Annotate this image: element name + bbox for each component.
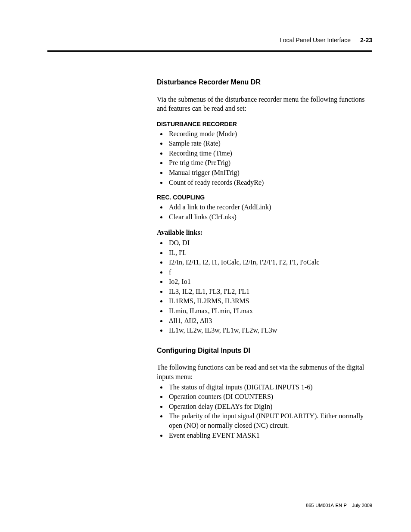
header-row: Local Panel User Interface 2-23 [47,37,372,48]
list-item: Clear all links (ClrLnks) [167,212,372,222]
header-rule [47,50,372,52]
list-item: The polarity of the input signal (INPUT … [167,411,372,430]
list-item: Event enabling EVENT MASK1 [167,431,372,441]
list-item: Recording mode (Mode) [167,129,372,139]
subhead-rec-coupling: REC. COUPLING [157,193,372,202]
list-item: I2/In, I2/I1, I2, I1, IoCalc, I2/In, I'2… [167,258,372,268]
list-item: f [167,268,372,277]
subhead-available-links: Available links: [157,228,372,237]
intro-paragraph-dr: Via the submenus of the disturbance reco… [157,95,372,113]
section-title-dr: Disturbance Recorder Menu DR [157,78,372,87]
list-digital-inputs: The status of digital inputs (DIGITAL IN… [157,383,372,441]
content: Disturbance Recorder Menu DR Via the sub… [157,78,372,440]
list-item: Count of ready records (ReadyRe) [167,178,372,188]
subhead-disturbance-recorder: DISTURBANCE RECORDER [157,120,372,128]
section-title-di: Configuring Digital Inputs DI [157,346,372,355]
list-item: IL, I'L [167,248,372,258]
list-item: IL3, IL2, IL1, I'L3, I'L2, I'L1 [167,287,372,297]
list-item: ILmin, ILmax, I'Lmin, I'Lmax [167,306,372,316]
list-item: DO, DI [167,238,372,248]
list-item: The status of digital inputs (DIGITAL IN… [167,383,372,392]
page: Local Panel User Interface 2-23 Disturba… [0,0,411,532]
list-available-links: DO, DI IL, I'L I2/In, I2/I1, I2, I1, IoC… [157,238,372,336]
header-page-number: 2-23 [360,37,372,44]
list-rec-coupling: Add a link to the recorder (AddLink) Cle… [157,202,372,222]
list-item: ΔIl1, ΔIl2, ΔIl3 [167,316,372,326]
list-item: Recording time (Time) [167,149,372,159]
list-item: Operation delay (DELAYs for DigIn) [167,402,372,412]
list-item: Operation counters (DI COUNTERS) [167,392,372,402]
list-item: Add a link to the recorder (AddLink) [167,202,372,212]
list-item: Io2, Io1 [167,277,372,287]
list-item: Manual trigger (MnlTrig) [167,168,372,178]
list-item: IL1w, IL2w, IL3w, I'L1w, I'L2w, I'L3w [167,326,372,336]
intro-paragraph-di: The following functions can be read and … [157,363,372,381]
footer: 865-UM001A-EN-P – July 2009 [306,503,372,508]
list-disturbance-recorder: Recording mode (Mode) Sample rate (Rate)… [157,129,372,188]
list-item: Pre trig time (PreTrig) [167,158,372,168]
list-item: Sample rate (Rate) [167,139,372,149]
header-title: Local Panel User Interface [280,37,351,44]
list-item: IL1RMS, IL2RMS, IL3RMS [167,296,372,306]
